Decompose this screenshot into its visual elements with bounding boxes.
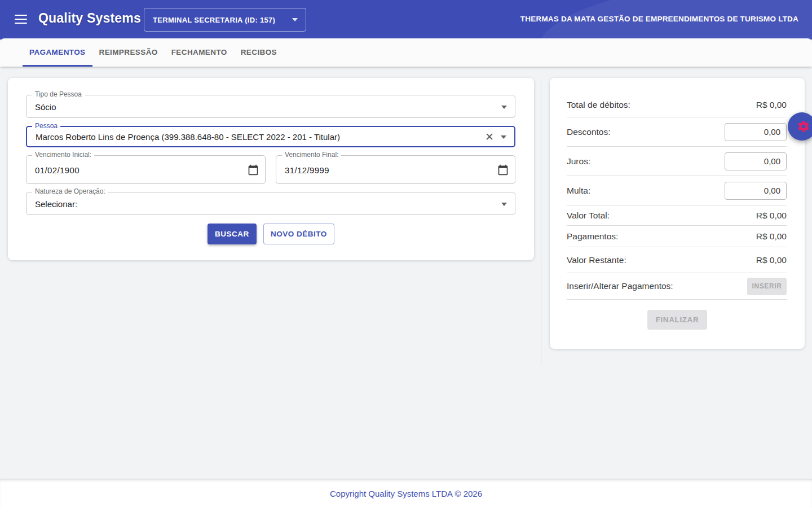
chevron-down-icon: [501, 203, 507, 206]
vencimento-inicial-date-input[interactable]: Vencimento Inicial: 01/02/1900: [26, 155, 266, 184]
natureza-de-operacao-value: Selecionar:: [35, 199, 492, 208]
finalizar-button: FINALIZAR: [647, 310, 707, 330]
terminal-selector[interactable]: TERMINAL SECRETARIA (ID: 157): [144, 8, 306, 32]
vertical-divider: [541, 78, 541, 365]
total-debitos-row: Total de débitos: R$ 0,00: [567, 78, 787, 117]
pagamentos-label: Pagamentos:: [567, 231, 618, 242]
juros-input[interactable]: [725, 152, 787, 170]
valor-restante-value: R$ 0,00: [756, 255, 787, 265]
inserir-alterar-label: Inserir/Alterar Pagamentos:: [567, 281, 673, 291]
vencimento-final-date-input[interactable]: Vencimento Final: 31/12/9999: [276, 155, 515, 184]
inserir-button: INSERIR: [747, 278, 787, 295]
vencimento-final-value: 31/12/9999: [285, 165, 492, 174]
copyright-text: Copyright Quality Systems LTDA © 2026: [330, 489, 482, 498]
pessoa-value: Marcos Roberto Lins de Proença (399.388.…: [36, 132, 492, 142]
gear-icon: [797, 120, 810, 133]
valor-restante-row: Valor Restante: R$ 0,00: [567, 247, 787, 273]
descontos-row: Descontos:: [567, 117, 787, 147]
pessoa-label: Pessoa: [32, 122, 60, 130]
finalizar-row: FINALIZAR: [550, 310, 805, 330]
valor-total-label: Valor Total:: [567, 211, 610, 221]
valor-total-value: R$ 0,00: [756, 211, 787, 221]
tab-reimpressao[interactable]: REIMPRESSÃO: [92, 38, 165, 67]
tab-recibos[interactable]: RECIBOS: [234, 38, 284, 67]
company-name: THERMAS DA MATA GESTÃO DE EMPREENDIMENTO…: [520, 15, 798, 23]
app-bar: Quality Systems TERMINAL SECRETARIA (ID:…: [0, 0, 812, 40]
total-debitos-value: R$ 0,00: [756, 100, 787, 110]
buscar-button[interactable]: BUSCAR: [208, 224, 257, 244]
natureza-de-operacao-select[interactable]: Natureza de Operação: Selecionar:: [26, 192, 515, 215]
tipo-de-pessoa-value: Sócio: [35, 102, 492, 111]
app-title: Quality Systems: [38, 11, 141, 26]
calendar-icon[interactable]: [248, 164, 259, 176]
valor-total-row: Valor Total: R$ 0,00: [567, 205, 787, 226]
valor-restante-label: Valor Restante:: [567, 255, 626, 265]
tipo-de-pessoa-label: Tipo de Pessoa: [32, 90, 85, 98]
pessoa-autocomplete[interactable]: Pessoa Marcos Roberto Lins de Proença (3…: [26, 126, 515, 147]
chevron-down-icon: [501, 106, 507, 109]
vencimento-inicial-value: 01/02/1900: [35, 165, 242, 174]
chevron-down-icon: [292, 18, 298, 21]
chevron-down-icon: [501, 135, 506, 139]
search-form-card: Tipo de Pessoa Sócio Pessoa Marcos Rober…: [8, 78, 534, 260]
multa-input[interactable]: [725, 182, 787, 200]
calendar-icon[interactable]: [497, 164, 509, 176]
descontos-input[interactable]: [725, 123, 787, 141]
hamburger-menu-icon[interactable]: [15, 15, 27, 25]
natureza-de-operacao-label: Natureza de Operação:: [32, 187, 108, 195]
juros-label: Juros:: [567, 156, 590, 167]
descontos-label: Descontos:: [567, 127, 611, 137]
total-debitos-label: Total de débitos:: [567, 100, 630, 110]
settings-fab-button[interactable]: [788, 112, 812, 141]
payment-summary-card: Total de débitos: R$ 0,00 Descontos: Jur…: [550, 78, 805, 349]
tab-bar: PAGAMENTOS REIMPRESSÃO FECHAMENTO RECIBO…: [0, 38, 812, 67]
multa-row: Multa:: [567, 176, 787, 205]
tab-fechamento[interactable]: FECHAMENTO: [165, 38, 234, 67]
vencimento-final-label: Vencimento Final:: [282, 151, 341, 159]
pagamentos-value: R$ 0,00: [756, 231, 787, 242]
clear-icon[interactable]: ✕: [485, 132, 494, 142]
inserir-alterar-row: Inserir/Alterar Pagamentos: INSERIR: [567, 273, 787, 300]
main-sheet: PAGAMENTOS REIMPRESSÃO FECHAMENTO RECIBO…: [0, 38, 812, 479]
content-area: Tipo de Pessoa Sócio Pessoa Marcos Rober…: [0, 67, 812, 479]
vencimento-inicial-label: Vencimento Inicial:: [32, 151, 94, 159]
novo-debito-button[interactable]: NOVO DÉBITO: [263, 224, 334, 244]
pagamentos-row: Pagamentos: R$ 0,00: [567, 226, 787, 247]
tipo-de-pessoa-select[interactable]: Tipo de Pessoa Sócio: [26, 95, 515, 118]
tab-pagamentos[interactable]: PAGAMENTOS: [23, 38, 92, 67]
terminal-selector-value: TERMINAL SECRETARIA (ID: 157): [153, 16, 292, 24]
juros-row: Juros:: [567, 147, 787, 176]
footer: Copyright Quality Systems LTDA © 2026: [0, 479, 812, 508]
multa-label: Multa:: [567, 186, 590, 196]
